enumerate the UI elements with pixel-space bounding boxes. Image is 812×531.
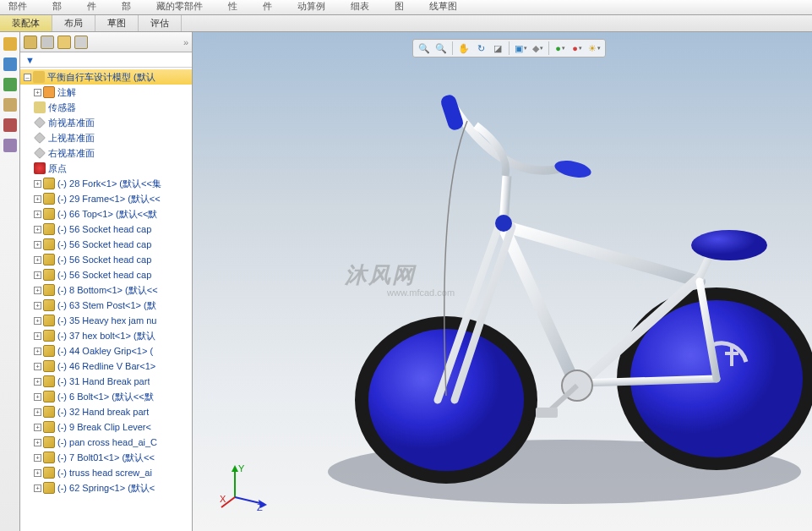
tree-node[interactable]: 前视基准面 [20, 115, 192, 130]
top-menu-bar: 部件部件部藏的零部件性件动算例细表图线草图 [0, 0, 812, 15]
tree-node[interactable]: +(-) 44 Oakley Grip<1> ( [20, 343, 192, 359]
tree-node[interactable]: +(-) 56 Socket head cap [20, 222, 192, 237]
tree-node[interactable]: –平衡自行车设计模型 (默认 [20, 69, 192, 85]
nic-part-icon [43, 406, 55, 418]
top-menu-item[interactable]: 性 [228, 0, 237, 14]
tree-tab-property-icon[interactable] [41, 36, 54, 49]
settings-icon[interactable]: ☀▾ [586, 41, 602, 56]
top-menu-item[interactable]: 部 [52, 0, 62, 14]
tree-node[interactable]: +(-) 63 Stem Post<1> (默 [20, 298, 192, 313]
nic-part-icon [43, 193, 55, 205]
expand-icon[interactable]: + [34, 454, 41, 462]
tree-node[interactable]: +(-) 7 Bolt01<1> (默认<< [20, 450, 192, 465]
scene-icon[interactable]: ●▾ [553, 41, 568, 56]
expand-icon[interactable]: + [34, 408, 41, 416]
expand-icon[interactable]: + [34, 363, 41, 370]
tree-node[interactable]: +(-) pan cross head_ai_C [20, 435, 192, 450]
top-menu-item[interactable]: 线草图 [429, 0, 457, 14]
tree-node[interactable]: +(-) 56 Socket head cap [20, 237, 192, 252]
tree-node[interactable]: +(-) 29 Frame<1> (默认<< [20, 191, 192, 206]
expand-icon[interactable]: – [24, 74, 31, 81]
expand-icon[interactable]: + [34, 317, 41, 325]
expand-icon[interactable]: + [34, 302, 41, 309]
tree-node[interactable]: +(-) 6 Bolt<1> (默认<<默 [20, 389, 192, 404]
expand-icon[interactable]: + [34, 226, 41, 233]
tree-node[interactable]: +(-) 9 Break Clip Lever< [20, 419, 192, 435]
tree-node-label: 上视基准面 [48, 132, 95, 145]
expand-icon[interactable]: + [34, 180, 41, 188]
cm-tool-2-icon[interactable] [3, 57, 17, 71]
cm-tool-1-icon[interactable] [3, 37, 17, 51]
expand-icon[interactable]: + [34, 348, 41, 355]
tree-tab-config-icon[interactable] [57, 36, 71, 49]
ribbon-tab[interactable]: 布局 [52, 15, 95, 31]
tree-node-label: 前视基准面 [48, 117, 95, 129]
top-menu-item[interactable]: 件 [87, 0, 96, 14]
feature-tree[interactable]: –平衡自行车设计模型 (默认+注解传感器前视基准面上视基准面右视基准面原点+(-… [20, 68, 192, 531]
zoom-fit-icon[interactable]: 🔍 [417, 41, 432, 56]
tree-node[interactable]: +(-) 62 Spring<1> (默认< [20, 480, 192, 495]
3d-viewport[interactable]: 🔍🔍✋↻◪▣▾◆▾●▾●▾☀▾ [193, 32, 812, 531]
tree-node[interactable]: +(-) 8 Bottom<1> (默认<< [20, 282, 192, 298]
top-menu-item[interactable]: 细表 [351, 0, 369, 14]
top-menu-item[interactable]: 藏的零部件 [156, 0, 203, 14]
tree-node[interactable]: +(-) 31 Hand Break part [20, 374, 192, 389]
tree-tab-dim-icon[interactable] [74, 36, 88, 49]
tree-tabs-more-icon[interactable]: » [183, 37, 188, 47]
top-menu-item[interactable]: 部 [122, 0, 131, 14]
ribbon-tab[interactable]: 草图 [95, 15, 139, 31]
tree-node[interactable]: 传感器 [20, 100, 192, 115]
tree-node[interactable]: +注解 [20, 85, 192, 100]
tree-node[interactable]: +(-) 28 Fork<1> (默认<<集 [20, 176, 192, 191]
display-style-icon[interactable]: ▣▾ [513, 41, 528, 56]
pan-icon[interactable]: ✋ [456, 41, 471, 56]
tree-node-label: (-) 66 Top<1> (默认<<默 [57, 208, 157, 221]
expand-icon[interactable]: + [34, 439, 41, 446]
tree-node[interactable]: +(-) 35 Heavy hex jam nu [20, 313, 192, 328]
cm-tool-6-icon[interactable] [3, 139, 17, 152]
top-menu-item[interactable]: 部件 [8, 0, 27, 14]
top-menu-item[interactable]: 件 [263, 0, 272, 14]
expand-icon[interactable]: + [34, 378, 41, 386]
top-menu-item[interactable]: 动算例 [297, 0, 325, 14]
expand-icon[interactable]: + [34, 484, 41, 492]
tree-node[interactable]: +(-) 66 Top<1> (默认<<默 [20, 206, 192, 222]
expand-icon[interactable]: + [34, 256, 41, 264]
rotate-icon[interactable]: ↻ [473, 41, 488, 56]
bicycle-model[interactable] [286, 66, 812, 514]
tree-node[interactable]: +(-) 37 hex bolt<1> (默认 [20, 328, 192, 343]
cm-tool-4-icon[interactable] [3, 98, 17, 112]
expand-icon[interactable]: + [34, 195, 41, 203]
orientation-triad[interactable]: Y Z X [220, 462, 270, 512]
expand-icon[interactable]: + [34, 89, 41, 96]
ribbon-tab[interactable]: 装配体 [0, 15, 52, 31]
expand-icon[interactable]: + [34, 287, 41, 294]
appearance-icon[interactable]: ●▾ [569, 41, 585, 56]
section-icon[interactable]: ◪ [490, 41, 505, 56]
zoom-area-icon[interactable]: 🔍 [433, 41, 449, 56]
tree-node[interactable]: +(-) 32 Hand break part [20, 404, 192, 419]
tree-filter-bar[interactable]: ▼ [20, 52, 192, 68]
tree-node[interactable]: 原点 [20, 161, 192, 176]
cm-tool-5-icon[interactable] [3, 118, 17, 132]
expand-icon[interactable]: + [34, 271, 41, 279]
expand-icon[interactable]: + [34, 393, 41, 401]
perspective-icon[interactable]: ◆▾ [530, 41, 545, 56]
expand-icon[interactable]: + [34, 469, 41, 477]
tree-node[interactable]: +(-) 46 Redline V Bar<1> [20, 359, 192, 374]
cm-tool-3-icon[interactable] [3, 78, 17, 91]
tree-node[interactable]: 上视基准面 [20, 130, 192, 145]
tree-node[interactable]: +(-) 56 Socket head cap [20, 267, 192, 282]
tree-tab-feature-icon[interactable] [24, 36, 37, 49]
tree-node[interactable]: 右视基准面 [20, 145, 192, 161]
tree-node-label: (-) 35 Heavy hex jam nu [57, 315, 156, 326]
expand-icon[interactable]: + [34, 424, 41, 431]
expand-icon[interactable]: + [34, 211, 41, 218]
tree-node-label: (-) 56 Socket head cap [57, 224, 151, 234]
tree-node[interactable]: +(-) truss head screw_ai [20, 465, 192, 480]
expand-icon[interactable]: + [34, 332, 41, 340]
ribbon-tab[interactable]: 评估 [139, 15, 182, 31]
expand-icon[interactable]: + [34, 241, 41, 249]
tree-node[interactable]: +(-) 56 Socket head cap [20, 252, 192, 267]
top-menu-item[interactable]: 图 [395, 0, 404, 14]
